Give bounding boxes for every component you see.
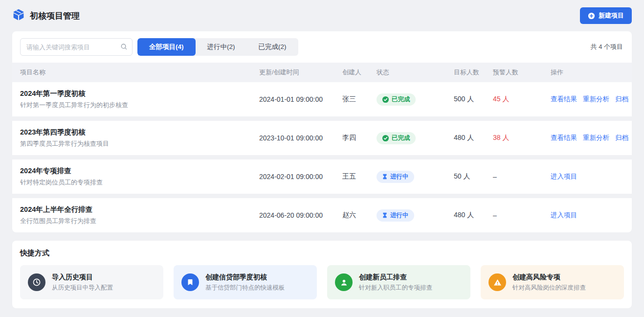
- column-header-4: 目标人数: [454, 68, 493, 77]
- target-count: 500 人: [454, 95, 493, 104]
- tab-0[interactable]: 全部项目(4): [137, 38, 196, 56]
- warning-count: –: [493, 173, 551, 181]
- shortcut-description: 从历史项目中导入配置: [52, 284, 113, 292]
- shortcut-card-1[interactable]: 创建信贷部季度初核基于信贷部门特点的快速模板: [174, 265, 317, 299]
- shortcut-card-0[interactable]: 导入历史项目从历史项目中导入配置: [20, 265, 163, 299]
- project-name: 2024年专项排查: [20, 166, 259, 176]
- table-row: 2024年上半年全行排查全行范围员工异常行为排查2024-06-20 09:00…: [12, 198, 632, 232]
- shortcut-card-2[interactable]: 创建新员工排查针对新入职员工的专项排查: [327, 265, 470, 299]
- target-count: 50 人: [454, 172, 493, 181]
- shortcut-text: 导入历史项目从历史项目中导入配置: [52, 273, 113, 292]
- status-label: 已完成: [392, 134, 410, 142]
- status-badge: 进行中: [377, 209, 414, 222]
- shortcut-grid: 导入历史项目从历史项目中导入配置创建信贷部季度初核基于信贷部门特点的快速模板创建…: [20, 265, 624, 299]
- project-creator: 张三: [342, 95, 377, 104]
- action-link[interactable]: 查看结果: [551, 134, 577, 142]
- project-time: 2023-10-01 09:00:00: [259, 134, 342, 142]
- status-label: 进行中: [390, 211, 409, 220]
- actions-cell: 查看结果重新分析归档: [551, 95, 624, 104]
- warning-count: –: [493, 211, 551, 219]
- column-header-0: 项目名称: [20, 68, 259, 77]
- project-count: 共 4 个项目: [591, 43, 624, 51]
- shortcut-text: 创建新员工排查针对新入职员工的专项排查: [359, 273, 432, 292]
- status-cell: 已完成: [377, 93, 454, 106]
- project-name: 2023年第四季度初核: [20, 128, 259, 137]
- user-icon: [335, 273, 353, 291]
- page-title-group: 初核项目管理: [12, 8, 80, 23]
- shortcut-title: 创建新员工排查: [359, 273, 432, 282]
- project-name: 2024年上半年全行排查: [20, 205, 259, 214]
- page-title: 初核项目管理: [30, 10, 80, 22]
- target-count: 480 人: [454, 211, 493, 220]
- cube-icon: [12, 8, 25, 23]
- shortcut-description: 基于信贷部门特点的快速模板: [205, 284, 285, 292]
- table-header: 项目名称更新/创建时间创建人状态目标人数预警人数操作: [12, 63, 632, 82]
- project-name-cell: 2024年第一季度初核针对第一季度员工异常行为的初步核查: [20, 89, 259, 110]
- shortcut-title: 导入历史项目: [52, 273, 113, 282]
- project-description: 全行范围员工异常行为排查: [20, 217, 259, 226]
- target-count: 480 人: [454, 134, 493, 142]
- warning-count: 45 人: [493, 95, 551, 104]
- column-header-5: 预警人数: [493, 68, 551, 77]
- hourglass-icon: [382, 212, 388, 218]
- project-name-cell: 2024年上半年全行排查全行范围员工异常行为排查: [20, 205, 259, 226]
- hourglass-icon: [382, 174, 388, 180]
- warning-icon: [489, 273, 506, 291]
- toolbar: 全部项目(4)进行中(2)已完成(2) 共 4 个项目: [12, 31, 632, 63]
- status-label: 已完成: [392, 95, 410, 104]
- action-link[interactable]: 进入项目: [551, 211, 577, 220]
- project-creator: 王五: [342, 172, 377, 181]
- tab-1[interactable]: 进行中(2): [196, 38, 247, 56]
- column-header-1: 更新/创建时间: [259, 68, 342, 77]
- column-header-6: 操作: [551, 68, 624, 77]
- actions-cell: 进入项目: [551, 211, 624, 220]
- project-description: 第四季度员工异常行为核查项目: [20, 139, 259, 148]
- table-row: 2024年专项排查针对特定岗位员工的专项排查2024-02-01 09:00:0…: [12, 159, 632, 194]
- project-name: 2024年第一季度初核: [20, 89, 259, 98]
- shortcut-text: 创建高风险专项针对高风险岗位的深度排查: [512, 273, 586, 292]
- action-link[interactable]: 归档: [615, 95, 628, 104]
- project-name-cell: 2023年第四季度初核第四季度员工异常行为核查项目: [20, 128, 259, 148]
- actions-cell: 查看结果重新分析归档: [551, 134, 624, 142]
- actions-cell: 进入项目: [551, 172, 624, 181]
- tab-2[interactable]: 已完成(2): [247, 38, 298, 56]
- plus-circle-icon: [588, 12, 595, 20]
- project-description: 针对第一季度员工异常行为的初步核查: [20, 101, 259, 110]
- new-project-button[interactable]: 新建项目: [580, 7, 632, 24]
- project-creator: 赵六: [342, 211, 377, 220]
- project-time: 2024-02-01 09:00:00: [259, 173, 342, 181]
- project-time: 2024-01-01 09:00:00: [259, 95, 342, 103]
- shortcuts-card: 快捷方式 导入历史项目从历史项目中导入配置创建信贷部季度初核基于信贷部门特点的快…: [12, 241, 632, 308]
- shortcut-description: 针对高风险岗位的深度排查: [512, 284, 586, 292]
- search-icon: [120, 43, 128, 50]
- table-row: 2023年第四季度初核第四季度员工异常行为核查项目2023-10-01 09:0…: [12, 121, 632, 155]
- project-description: 针对特定岗位员工的专项排查: [20, 178, 259, 187]
- column-header-2: 创建人: [342, 68, 377, 77]
- shortcut-description: 针对新入职员工的专项排查: [359, 284, 432, 292]
- status-badge: 已完成: [377, 132, 416, 144]
- project-list-card: 全部项目(4)进行中(2)已完成(2) 共 4 个项目 项目名称更新/创建时间创…: [12, 31, 632, 232]
- search-box: [20, 38, 133, 56]
- status-label: 进行中: [390, 173, 409, 181]
- table-row: 2024年第一季度初核针对第一季度员工异常行为的初步核查2024-01-01 0…: [12, 82, 632, 116]
- action-link[interactable]: 进入项目: [551, 172, 577, 181]
- column-header-3: 状态: [377, 68, 454, 77]
- shortcut-title: 创建高风险专项: [512, 273, 586, 282]
- project-creator: 李四: [342, 134, 377, 142]
- action-link[interactable]: 归档: [615, 134, 628, 142]
- warning-count: 38 人: [493, 134, 551, 142]
- shortcut-title: 创建信贷部季度初核: [205, 273, 285, 282]
- check-circle-icon: [382, 135, 389, 142]
- status-cell: 进行中: [377, 171, 454, 183]
- status-cell: 已完成: [377, 132, 454, 144]
- shortcut-text: 创建信贷部季度初核基于信贷部门特点的快速模板: [205, 273, 285, 292]
- action-link[interactable]: 重新分析: [583, 95, 609, 104]
- bookmark-icon: [181, 273, 199, 291]
- project-time: 2024-06-20 09:00:00: [259, 211, 342, 219]
- action-link[interactable]: 重新分析: [583, 134, 609, 142]
- action-link[interactable]: 查看结果: [551, 95, 577, 104]
- status-cell: 进行中: [377, 209, 454, 222]
- shortcut-card-3[interactable]: 创建高风险专项针对高风险岗位的深度排查: [481, 265, 624, 299]
- search-input[interactable]: [20, 38, 133, 56]
- project-name-cell: 2024年专项排查针对特定岗位员工的专项排查: [20, 166, 259, 187]
